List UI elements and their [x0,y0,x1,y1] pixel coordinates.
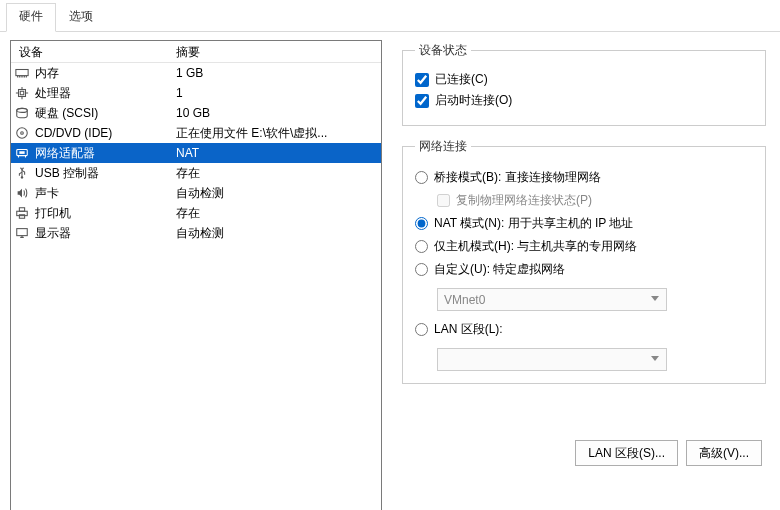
checkbox-connected[interactable] [415,73,429,87]
device-summary: 自动检测 [176,223,381,243]
radio-nat[interactable] [415,217,428,230]
device-summary: NAT [176,143,381,163]
tab-hardware[interactable]: 硬件 [6,3,56,32]
checkbox-replicate [437,194,450,207]
advanced-button[interactable]: 高级(V)... [686,440,762,466]
checkbox-connected-label[interactable]: 已连接(C) [435,71,488,88]
radio-custom[interactable] [415,263,428,276]
device-row[interactable]: 声卡自动检测 [11,183,381,203]
usb-icon [11,163,33,183]
device-summary: 1 [176,83,381,103]
cd-icon [11,123,33,143]
svg-point-4 [17,128,28,139]
device-name: CD/DVD (IDE) [33,123,176,143]
checkbox-replicate-label: 复制物理网络连接状态(P) [456,192,592,209]
device-name: 显示器 [33,223,176,243]
checkbox-connect-at-poweron[interactable] [415,94,429,108]
radio-bridged[interactable] [415,171,428,184]
device-summary: 存在 [176,203,381,223]
device-row[interactable]: 内存1 GB [11,63,381,83]
device-row[interactable]: 网络适配器NAT [11,143,381,163]
custom-vmnet-combo [437,288,667,311]
device-summary: 自动检测 [176,183,381,203]
checkbox-replicate-row: 复制物理网络连接状态(P) [437,192,753,209]
radio-nat-row: NAT 模式(N): 用于共享主机的 IP 地址 [415,215,753,232]
device-row[interactable]: USB 控制器存在 [11,163,381,183]
svg-rect-1 [19,90,26,97]
radio-hostonly[interactable] [415,240,428,253]
radio-bridged-label[interactable]: 桥接模式(B): 直接连接物理网络 [434,169,601,186]
printer-icon [11,203,33,223]
radio-lan-label[interactable]: LAN 区段(L): [434,321,503,338]
device-name: 网络适配器 [33,143,176,163]
device-row[interactable]: 打印机存在 [11,203,381,223]
radio-bridged-row: 桥接模式(B): 直接连接物理网络 [415,169,753,186]
checkbox-connect-at-poweron-row: 启动时连接(O) [415,92,753,109]
svg-point-8 [21,176,23,178]
radio-lan[interactable] [415,323,428,336]
device-summary: 1 GB [176,63,381,83]
svg-point-5 [21,132,24,135]
device-row[interactable]: 处理器1 [11,83,381,103]
display-icon [11,223,33,243]
content: 设备 摘要 内存1 GB处理器1硬盘 (SCSI)10 GBCD/DVD (ID… [0,32,780,510]
device-summary: 存在 [176,163,381,183]
device-name: USB 控制器 [33,163,176,183]
lan-segment-combo [437,348,667,371]
radio-custom-row: 自定义(U): 特定虚拟网络 [415,261,753,278]
lan-segments-button[interactable]: LAN 区段(S)... [575,440,678,466]
svg-rect-12 [17,229,28,236]
device-summary: 10 GB [176,103,381,123]
column-device[interactable]: 设备 [11,41,176,62]
radio-lan-row: LAN 区段(L): [415,321,753,338]
svg-rect-11 [19,215,24,219]
svg-rect-10 [19,208,24,212]
radio-hostonly-label[interactable]: 仅主机模式(H): 与主机共享的专用网络 [434,238,637,255]
tabbar: 硬件 选项 [0,0,780,32]
device-name: 打印机 [33,203,176,223]
radio-hostonly-row: 仅主机模式(H): 与主机共享的专用网络 [415,238,753,255]
tab-options[interactable]: 选项 [56,3,106,32]
checkbox-connect-at-poweron-label[interactable]: 启动时连接(O) [435,92,512,109]
svg-rect-2 [20,91,24,95]
device-status-legend: 设备状态 [415,42,471,59]
svg-rect-0 [16,70,28,76]
svg-point-3 [17,108,28,112]
device-name: 声卡 [33,183,176,203]
network-connection-legend: 网络连接 [415,138,471,155]
disk-icon [11,103,33,123]
radio-custom-label[interactable]: 自定义(U): 特定虚拟网络 [434,261,565,278]
device-row[interactable]: 硬盘 (SCSI)10 GB [11,103,381,123]
checkbox-connected-row: 已连接(C) [415,71,753,88]
button-row: LAN 区段(S)... 高级(V)... [575,440,762,466]
radio-nat-label[interactable]: NAT 模式(N): 用于共享主机的 IP 地址 [434,215,633,232]
device-status-group: 设备状态 已连接(C) 启动时连接(O) [402,42,766,126]
sound-icon [11,183,33,203]
net-icon [11,143,33,163]
svg-rect-7 [19,151,24,154]
device-row[interactable]: 显示器自动检测 [11,223,381,243]
column-summary[interactable]: 摘要 [176,41,381,62]
device-name: 硬盘 (SCSI) [33,103,176,123]
memory-icon [11,63,33,83]
device-name: 处理器 [33,83,176,103]
device-list: 设备 摘要 内存1 GB处理器1硬盘 (SCSI)10 GBCD/DVD (ID… [10,40,382,510]
device-name: 内存 [33,63,176,83]
device-row[interactable]: CD/DVD (IDE)正在使用文件 E:\软件\虚拟... [11,123,381,143]
device-summary: 正在使用文件 E:\软件\虚拟... [176,123,381,143]
network-connection-group: 网络连接 桥接模式(B): 直接连接物理网络 复制物理网络连接状态(P) NAT… [402,138,766,384]
device-list-header: 设备 摘要 [11,41,381,63]
detail-panel: 设备状态 已连接(C) 启动时连接(O) 网络连接 桥接模式(B): 直接连接物… [382,40,770,506]
cpu-icon [11,83,33,103]
